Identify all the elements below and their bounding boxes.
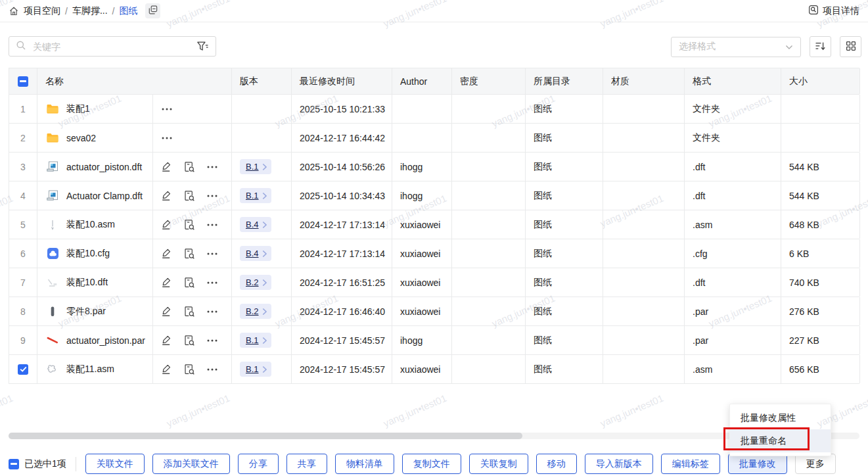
- action-button[interactable]: 更多: [795, 454, 836, 474]
- cfg-cloud-icon: [45, 247, 60, 260]
- edit-icon[interactable]: [161, 335, 172, 346]
- modified-time-cell-text: 2025-10-15 10:21:33: [300, 104, 385, 114]
- size-cell: 544 KB: [781, 153, 860, 181]
- file-name[interactable]: 装配10.dft: [66, 277, 108, 289]
- version-badge[interactable]: B.1: [240, 362, 271, 377]
- popup-menu-item[interactable]: 批量重命名: [730, 429, 831, 452]
- density-cell: [452, 124, 526, 152]
- row-number: 1: [20, 104, 26, 114]
- preview-icon[interactable]: [183, 219, 195, 231]
- version-badge[interactable]: B.4: [240, 217, 271, 232]
- size-cell: 6 KB: [781, 239, 860, 268]
- action-button[interactable]: 共享: [286, 454, 327, 474]
- file-name[interactable]: 装配10.cfg: [66, 248, 110, 260]
- more-icon[interactable]: [206, 252, 218, 256]
- copy-path-button[interactable]: [145, 3, 160, 18]
- selection-summary: 已选中1项: [9, 458, 66, 470]
- action-button[interactable]: 移动: [536, 454, 577, 474]
- home-icon[interactable]: [9, 6, 19, 16]
- row-actions-cell: [153, 326, 232, 354]
- edit-icon[interactable]: [161, 161, 172, 172]
- preview-icon[interactable]: [183, 277, 195, 289]
- version-badge[interactable]: B.1: [240, 188, 271, 203]
- directory-cell-text: 图纸: [534, 306, 552, 318]
- sort-button[interactable]: [810, 36, 831, 57]
- selection-indeterminate-checkbox[interactable]: [9, 459, 19, 469]
- action-button[interactable]: 添加关联文件: [152, 454, 230, 474]
- modified-time-cell: 2024-12-17 17:13:14: [292, 210, 392, 239]
- table-body: 1装配12025-10-15 10:21:33图纸文件夹2seva022024-…: [9, 95, 859, 384]
- preview-icon[interactable]: [183, 364, 195, 375]
- action-button[interactable]: 编辑标签: [661, 454, 720, 474]
- version-badge[interactable]: B.4: [240, 246, 271, 261]
- horizontal-scrollbar-thumb[interactable]: [9, 433, 522, 439]
- search-input[interactable]: [32, 41, 191, 53]
- breadcrumb-root[interactable]: 项目空间: [24, 5, 60, 17]
- file-name[interactable]: 装配1: [66, 103, 90, 115]
- size-cell-text: 6 KB: [789, 249, 809, 259]
- file-name[interactable]: seva02: [66, 133, 96, 143]
- more-icon[interactable]: [161, 136, 173, 140]
- material-cell: [603, 181, 685, 210]
- preview-icon[interactable]: [183, 190, 195, 202]
- edit-icon[interactable]: [161, 248, 172, 259]
- action-button[interactable]: 导入新版本: [585, 454, 653, 474]
- row-index-cell: 8: [9, 297, 37, 325]
- edit-icon[interactable]: [161, 277, 172, 288]
- more-icon[interactable]: [206, 310, 218, 314]
- more-icon[interactable]: [206, 339, 218, 343]
- chevron-right-icon: [262, 308, 267, 316]
- more-icon[interactable]: [161, 107, 173, 111]
- size-cell-text: 656 KB: [789, 364, 819, 375]
- file-name[interactable]: 零件8.par: [66, 306, 106, 318]
- table-row: 4Actuator Clamp.dftB.12025-10-14 10:34:4…: [9, 181, 859, 210]
- size-cell-text: 544 KB: [789, 191, 819, 201]
- action-button[interactable]: 复制文件: [402, 454, 461, 474]
- file-name[interactable]: actuator_piston.par: [66, 335, 145, 346]
- version-badge[interactable]: B.2: [240, 304, 271, 319]
- preview-icon[interactable]: [183, 335, 195, 346]
- edit-icon[interactable]: [161, 219, 172, 230]
- action-button[interactable]: 关联复制: [469, 454, 528, 474]
- file-name[interactable]: 装配11.asm: [66, 364, 114, 375]
- more-icon[interactable]: [206, 281, 218, 285]
- action-button[interactable]: 批量修改: [728, 454, 787, 474]
- version-cell: B.1: [232, 181, 292, 210]
- row-checkbox-checked[interactable]: [18, 364, 28, 375]
- format-cell: .cfg: [685, 239, 781, 268]
- popup-menu-item[interactable]: 批量修改属性: [730, 406, 831, 429]
- file-name[interactable]: Actuator Clamp.dft: [66, 191, 143, 201]
- version-badge[interactable]: B.1: [240, 333, 271, 348]
- breadcrumb-current[interactable]: 图纸: [119, 5, 137, 17]
- edit-icon[interactable]: [161, 190, 172, 201]
- directory-cell: 图纸: [526, 181, 603, 210]
- author-cell: xuxiaowei: [392, 355, 452, 383]
- row-actions-cell: [153, 124, 232, 152]
- file-name[interactable]: 装配10.asm: [66, 219, 115, 231]
- format-cell: .par: [685, 326, 781, 354]
- project-detail-button[interactable]: 项目详情: [808, 5, 859, 17]
- action-button[interactable]: 物料清单: [335, 454, 394, 474]
- preview-icon[interactable]: [183, 248, 195, 260]
- file-name[interactable]: actuator_piston.dft: [66, 162, 142, 172]
- directory-cell-text: 图纸: [534, 335, 552, 346]
- more-icon[interactable]: [206, 223, 218, 227]
- select-all-checkbox[interactable]: [18, 76, 28, 87]
- table-row: 装配11.asmB.12024-12-17 15:45:57xuxiaowei图…: [9, 355, 859, 384]
- version-label: B.1: [246, 162, 259, 172]
- format-select[interactable]: 选择格式: [671, 37, 801, 57]
- action-button[interactable]: 关联文件: [85, 454, 145, 474]
- action-button[interactable]: 分享: [238, 454, 279, 474]
- preview-icon[interactable]: [183, 161, 195, 173]
- edit-icon[interactable]: [161, 364, 172, 375]
- breadcrumb-middle[interactable]: 车脚撑...: [72, 5, 108, 17]
- version-badge[interactable]: B.1: [240, 159, 271, 174]
- filter-funnel-icon[interactable]: [196, 41, 209, 52]
- more-icon[interactable]: [206, 368, 218, 371]
- more-icon[interactable]: [206, 194, 218, 198]
- preview-icon[interactable]: [183, 306, 195, 318]
- grid-view-button[interactable]: [840, 36, 861, 57]
- edit-icon[interactable]: [161, 306, 172, 317]
- version-badge[interactable]: B.2: [240, 275, 271, 290]
- more-icon[interactable]: [206, 165, 218, 169]
